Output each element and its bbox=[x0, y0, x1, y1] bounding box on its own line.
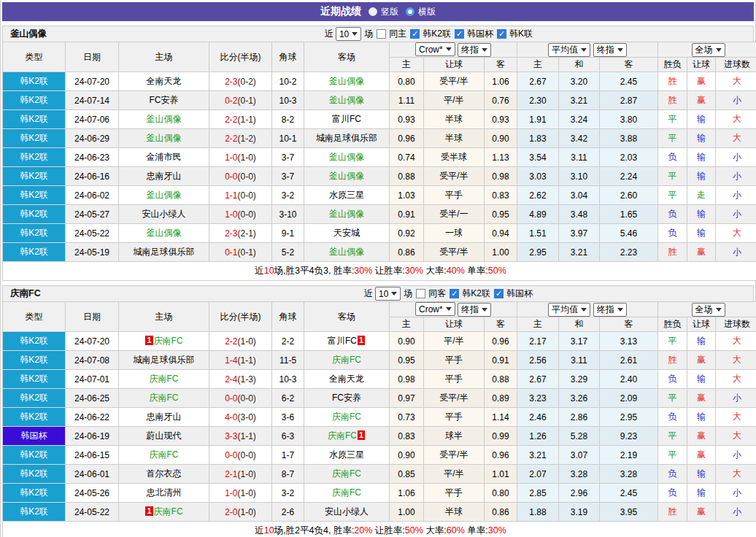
bookmaker-select[interactable]: Crow* bbox=[415, 42, 455, 56]
layout-radio-horizontal[interactable]: 横版 bbox=[406, 6, 436, 18]
home-team-name[interactable]: 釜山偶像 bbox=[147, 228, 182, 238]
away-team-name[interactable]: 水原三星 bbox=[329, 190, 364, 200]
away-team-name[interactable]: 水原三星 bbox=[329, 449, 364, 460]
away-team-name[interactable]: 釜山偶像 bbox=[329, 95, 364, 105]
home-team-name[interactable]: 金浦市民 bbox=[147, 152, 182, 162]
home-team-name[interactable]: 庆南FC bbox=[154, 336, 183, 346]
home-team-name[interactable]: 城南足球俱乐部 bbox=[134, 247, 195, 257]
team-name[interactable]: 釜山偶像 bbox=[10, 28, 47, 40]
away-team-name[interactable]: 庆南FC bbox=[332, 487, 361, 498]
corner-score: 6-3 bbox=[272, 427, 304, 446]
away-team-name[interactable]: 全南天龙 bbox=[329, 374, 364, 384]
league-checkbox[interactable] bbox=[497, 29, 506, 39]
result-goals: 大 bbox=[716, 370, 756, 389]
away-team-name[interactable]: 城南足球俱乐部 bbox=[316, 133, 377, 143]
average-select[interactable]: 平均值 bbox=[548, 43, 590, 57]
away-team-name[interactable]: 庆南FC bbox=[332, 412, 361, 422]
chevron-down-icon bbox=[617, 48, 623, 52]
home-team-name[interactable]: 庆南FC bbox=[150, 374, 179, 384]
radio-unselected-icon[interactable] bbox=[406, 7, 414, 16]
col-corner: 角球 bbox=[272, 42, 304, 72]
home-team-name[interactable]: 忠北清州 bbox=[147, 487, 182, 498]
home-team-name[interactable]: 庆南FC bbox=[154, 506, 183, 517]
bookmaker-select[interactable]: Crow* bbox=[415, 302, 455, 316]
radio-selected-icon[interactable] bbox=[369, 7, 377, 16]
away-team-name[interactable]: 天安城 bbox=[333, 228, 360, 238]
away-team-cell: 水原三星 bbox=[304, 186, 390, 205]
home-team-name[interactable]: 庆南FC bbox=[150, 393, 179, 403]
match-date: 24-06-15 bbox=[66, 446, 119, 465]
away-team-name[interactable]: 庆南FC bbox=[332, 355, 361, 365]
home-team-name[interactable]: 全南天龙 bbox=[147, 76, 182, 86]
league-checkbox[interactable] bbox=[450, 289, 459, 298]
near-label: 近 bbox=[325, 28, 333, 40]
corner-score: 9-1 bbox=[272, 224, 304, 243]
avg-time-select[interactable]: 终指 bbox=[593, 43, 627, 57]
layout-radio-vertical[interactable]: 竖版 bbox=[369, 6, 398, 18]
away-team-name[interactable]: 釜山偶像 bbox=[329, 152, 364, 162]
same-venue-checkbox[interactable] bbox=[416, 289, 425, 298]
home-team-name[interactable]: 釜山偶像 bbox=[147, 133, 182, 143]
section-busan: 釜山偶像 近10场同主韩K2联韩国杯韩K联 类型 日期 主场 比分(半场) 角球… bbox=[2, 26, 754, 281]
home-team-name[interactable]: 釜山偶像 bbox=[147, 190, 182, 200]
match-date: 24-07-08 bbox=[66, 351, 119, 370]
away-team-name[interactable]: 富川FC bbox=[332, 114, 361, 124]
home-team-name[interactable]: 首尔衣恋 bbox=[147, 468, 182, 479]
result-handicap: 赢 bbox=[687, 389, 716, 408]
away-team-name[interactable]: 釜山偶像 bbox=[329, 76, 364, 86]
away-team-name[interactable]: 釜山偶像 bbox=[329, 171, 364, 181]
away-team-name[interactable]: 富川FC bbox=[328, 336, 357, 346]
odds-home: 0.86 bbox=[390, 243, 424, 262]
result-handicap: 输 bbox=[687, 484, 716, 503]
home-team-name[interactable]: 忠南牙山 bbox=[147, 171, 182, 181]
league-checkbox[interactable] bbox=[410, 29, 420, 39]
match-date: 24-06-02 bbox=[66, 186, 119, 205]
result-goals: 大 bbox=[716, 110, 756, 129]
league-checkbox[interactable] bbox=[455, 29, 464, 39]
away-team-name[interactable]: FC安养 bbox=[332, 393, 361, 403]
match-date: 24-06-22 bbox=[66, 408, 119, 427]
away-team-name[interactable]: 安山小绿人 bbox=[325, 506, 369, 517]
odds-time-select[interactable]: 终指 bbox=[458, 303, 491, 317]
avg-time-select[interactable]: 终指 bbox=[593, 303, 627, 317]
odds-handicap: 平手 bbox=[424, 408, 485, 427]
home-team-name[interactable]: 忠南牙山 bbox=[147, 412, 182, 422]
home-team-name[interactable]: 蔚山现代 bbox=[147, 430, 182, 441]
home-team-name[interactable]: 庆南FC bbox=[150, 449, 179, 460]
team-name[interactable]: 庆南FC bbox=[10, 287, 41, 300]
away-team-name[interactable]: 釜山偶像 bbox=[329, 209, 364, 219]
home-team-name[interactable]: FC安养 bbox=[150, 95, 179, 105]
odds-home: 0.93 bbox=[390, 110, 424, 129]
result-handicap: 赢 bbox=[687, 446, 716, 465]
scope-select[interactable]: 全场 bbox=[692, 303, 725, 317]
away-team-name[interactable]: 庆南FC bbox=[328, 430, 357, 441]
scope-select[interactable]: 全场 bbox=[692, 43, 725, 57]
corner-score: 3-6 bbox=[272, 408, 304, 427]
result-outcome: 平 bbox=[658, 427, 687, 446]
result-scope-header: 全场 bbox=[658, 42, 756, 58]
home-team-name[interactable]: 釜山偶像 bbox=[147, 114, 182, 124]
avg-draw: 3.21 bbox=[559, 91, 600, 110]
table-row: 韩K2联24-05-26忠北清州1-0(1-0)3-2庆南FC1.06平手0.8… bbox=[3, 484, 756, 503]
away-team-name[interactable]: 釜山偶像 bbox=[329, 247, 364, 257]
league-checkbox-label: 韩K2联 bbox=[423, 28, 451, 40]
summary-stat-value: 50% bbox=[488, 266, 506, 276]
home-team-cell: 釜山偶像 bbox=[119, 110, 209, 129]
odds-handicap: 半球 bbox=[424, 503, 485, 522]
away-team-cell: 釜山偶像 bbox=[304, 205, 390, 224]
away-team-name[interactable]: 庆南FC bbox=[332, 468, 361, 479]
table-row: 韩K2联24-06-25庆南FC0-0(0-0)6-2FC安养0.97受平/半0… bbox=[3, 389, 756, 408]
odds-time-select[interactable]: 终指 bbox=[458, 43, 491, 57]
col-avg-draw: 和 bbox=[559, 58, 600, 72]
fulltime-score: 1-1 bbox=[225, 190, 237, 201]
league-checkbox[interactable] bbox=[494, 289, 504, 298]
home-team-name[interactable]: 城南足球俱乐部 bbox=[134, 355, 195, 365]
result-goals: 小 bbox=[716, 186, 756, 205]
same-venue-checkbox[interactable] bbox=[377, 29, 386, 39]
home-team-name[interactable]: 安山小绿人 bbox=[142, 209, 186, 219]
recent-count-select[interactable]: 10 bbox=[375, 287, 401, 301]
recent-count-select[interactable]: 10 bbox=[336, 27, 361, 41]
result-handicap: 赢 bbox=[687, 503, 716, 522]
average-select[interactable]: 平均值 bbox=[548, 303, 590, 317]
avg-draw: 3.20 bbox=[559, 72, 600, 91]
